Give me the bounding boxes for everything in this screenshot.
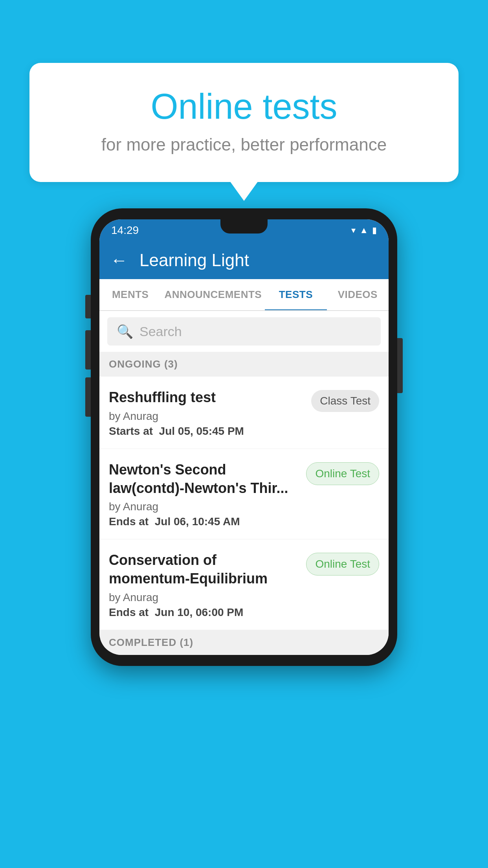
phone-button-vol-down [85, 377, 91, 417]
test-by-3: by Anurag [109, 591, 300, 604]
tabs-bar: MENTS ANNOUNCEMENTS TESTS VIDEOS [99, 279, 389, 311]
status-time: 14:29 [111, 224, 139, 237]
search-icon: 🔍 [117, 324, 133, 339]
completed-section-header: COMPLETED (1) [99, 630, 389, 655]
test-info-3: Conservation of momentum-Equilibrium by … [109, 551, 300, 619]
app-title: Learning Light [139, 250, 249, 270]
search-container: 🔍 Search [99, 311, 389, 352]
bubble-title: Online tests [61, 86, 427, 127]
test-info-2: Newton's Second law(contd)-Newton's Thir… [109, 461, 300, 528]
tab-videos[interactable]: VIDEOS [327, 279, 389, 310]
test-date-3: Ends at Jun 10, 06:00 PM [109, 606, 300, 619]
test-item-2[interactable]: Newton's Second law(contd)-Newton's Thir… [99, 449, 389, 540]
test-date-1: Starts at Jul 05, 05:45 PM [109, 425, 305, 438]
phone-mockup: 14:29 ▾ ▲ ▮ ← Learning Light MENTS ANNOU… [91, 208, 397, 666]
test-name-1: Reshuffling test [109, 388, 305, 407]
completed-label: COMPLETED (1) [109, 636, 193, 648]
phone-screen: 14:29 ▾ ▲ ▮ ← Learning Light MENTS ANNOU… [99, 219, 389, 655]
phone-button-silent [85, 295, 91, 318]
test-info-1: Reshuffling test by Anurag Starts at Jul… [109, 388, 305, 438]
phone-button-vol-up [85, 330, 91, 370]
promo-bubble: Online tests for more practice, better p… [29, 63, 459, 182]
test-item-1[interactable]: Reshuffling test by Anurag Starts at Jul… [99, 377, 389, 449]
badge-class-test-1: Class Test [311, 390, 379, 412]
tab-announcements[interactable]: ANNOUNCEMENTS [161, 279, 265, 310]
phone-notch [220, 219, 268, 234]
test-name-2: Newton's Second law(contd)-Newton's Thir… [109, 461, 300, 498]
battery-icon: ▮ [372, 225, 377, 235]
badge-online-test-2: Online Test [306, 462, 379, 485]
signal-icon: ▲ [360, 225, 368, 235]
ongoing-section-header: ONGOING (3) [99, 352, 389, 377]
badge-online-test-3: Online Test [306, 553, 379, 576]
test-by-2: by Anurag [109, 500, 300, 513]
test-item-3[interactable]: Conservation of momentum-Equilibrium by … [99, 539, 389, 630]
tab-tests[interactable]: TESTS [265, 279, 327, 310]
back-button[interactable]: ← [110, 252, 128, 269]
tab-ments[interactable]: MENTS [99, 279, 161, 310]
test-date-2: Ends at Jul 06, 10:45 AM [109, 515, 300, 528]
test-name-3: Conservation of momentum-Equilibrium [109, 551, 300, 588]
ongoing-label: ONGOING (3) [109, 358, 178, 370]
test-list: Reshuffling test by Anurag Starts at Jul… [99, 377, 389, 630]
status-icons: ▾ ▲ ▮ [351, 225, 377, 235]
bubble-subtitle: for more practice, better performance [61, 135, 427, 154]
search-box[interactable]: 🔍 Search [107, 317, 381, 346]
search-placeholder: Search [139, 324, 182, 339]
test-by-1: by Anurag [109, 410, 305, 423]
app-header: ← Learning Light [99, 241, 389, 279]
wifi-icon: ▾ [351, 225, 356, 235]
phone-button-power [397, 338, 403, 393]
